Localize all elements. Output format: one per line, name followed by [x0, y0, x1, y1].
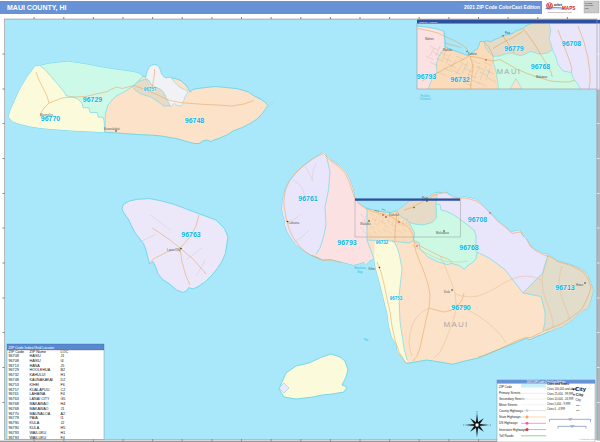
svg-text:MAKAWAO: MAKAWAO: [30, 407, 49, 411]
svg-text:D2: D2: [61, 378, 66, 382]
svg-text:Wailuku: Wailuku: [443, 48, 453, 52]
svg-text:96729: 96729: [83, 96, 103, 103]
svg-text:Lahaina: Lahaina: [289, 221, 300, 225]
svg-text:G5: G5: [61, 397, 66, 401]
svg-text:America's Leading Source of Ma: America's Leading Source of Maps: [547, 11, 572, 13]
svg-text:96708: 96708: [9, 354, 19, 358]
svg-text:Cities 5,000 - 9,999: Cities 5,000 - 9,999: [547, 402, 571, 406]
svg-text:Channel: Channel: [419, 97, 431, 101]
svg-text:96790: 96790: [9, 426, 19, 430]
svg-text:96732: 96732: [450, 76, 470, 83]
svg-text:96753: 96753: [9, 383, 19, 387]
svg-text:J1: J1: [61, 354, 65, 358]
svg-text:Kula: Kula: [444, 290, 450, 294]
svg-text:H4: H4: [61, 402, 66, 406]
svg-text:Wailuku: Wailuku: [360, 222, 371, 226]
svg-text:96790: 96790: [9, 421, 19, 425]
svg-text:96757: 96757: [9, 388, 19, 392]
svg-text:96708: 96708: [9, 359, 19, 363]
svg-text:F4: F4: [61, 436, 65, 440]
svg-text:A2: A2: [61, 412, 66, 416]
svg-text:KULA: KULA: [30, 421, 40, 425]
svg-text:96757: 96757: [144, 87, 157, 92]
svg-text:I4: I4: [61, 359, 64, 363]
svg-text:96793: 96793: [337, 239, 357, 246]
svg-text:Toll Roads: Toll Roads: [499, 434, 514, 438]
svg-text:Lanai City: Lanai City: [167, 248, 181, 252]
svg-text:J1: J1: [61, 407, 65, 411]
svg-text:HOOLEHUA: HOOLEHUA: [30, 368, 51, 372]
svg-text:J2: J2: [61, 421, 65, 425]
svg-text:MAUI COUNTY, HI: MAUI COUNTY, HI: [7, 4, 67, 12]
svg-text:US Highways: US Highways: [499, 421, 518, 425]
svg-text:H5: H5: [61, 426, 66, 430]
svg-text:96763: 96763: [181, 231, 201, 238]
svg-text:96768: 96768: [9, 407, 19, 411]
svg-text:Minor Streets: Minor Streets: [499, 403, 518, 407]
svg-text:96748: 96748: [9, 378, 19, 382]
svg-text:Primary Streets: Primary Streets: [499, 391, 521, 395]
svg-text:PAIA: PAIA: [30, 416, 39, 420]
svg-text:ZIP Code: ZIP Code: [499, 385, 512, 389]
svg-text:96793: 96793: [9, 436, 19, 440]
svg-text:2021 ZIP Code ColorCast Editio: 2021 ZIP Code ColorCast Edition: [464, 5, 540, 10]
svg-text:I1: I1: [61, 416, 64, 420]
svg-text:F4: F4: [61, 392, 65, 396]
svg-text:Waihee: Waihee: [425, 37, 434, 41]
svg-text:J5: J5: [61, 364, 65, 368]
svg-text:F6: F6: [61, 383, 65, 387]
svg-text:KAHULUI: KAHULUI: [30, 373, 46, 377]
svg-text:Makawao: Makawao: [536, 75, 548, 79]
svg-text:96708: 96708: [562, 40, 582, 47]
svg-text:LAHAINA: LAHAINA: [30, 392, 46, 396]
svg-text:Bay: Bay: [357, 270, 363, 274]
svg-text:96793: 96793: [417, 73, 437, 80]
svg-text:H1: H1: [61, 431, 66, 435]
svg-text:96753: 96753: [390, 296, 403, 301]
svg-text:96770: 96770: [41, 115, 61, 122]
svg-text:HANA: HANA: [30, 364, 41, 368]
svg-text:H1: H1: [61, 373, 66, 377]
svg-text:96732: 96732: [376, 240, 389, 245]
svg-text:LANAI CITY: LANAI CITY: [30, 397, 51, 401]
svg-text:ZIP Code Index/Grid Locator: ZIP Code Index/Grid Locator: [9, 346, 55, 350]
svg-text:© MarketMAPS: © MarketMAPS: [579, 438, 595, 440]
svg-text:HAIKU: HAIKU: [30, 354, 42, 358]
svg-text:96729: 96729: [9, 368, 19, 372]
svg-text:96708: 96708: [468, 216, 488, 223]
svg-text:Cities 0 - 4,999: Cities 0 - 4,999: [547, 407, 566, 411]
svg-text:MAUNALOA: MAUNALOA: [30, 412, 51, 416]
svg-text:96713: 96713: [9, 364, 19, 368]
svg-text:MAKAWAO: MAKAWAO: [30, 402, 49, 406]
svg-text:96763: 96763: [9, 397, 19, 401]
svg-text:KIHEI: KIHEI: [30, 383, 40, 387]
svg-text:96768: 96768: [531, 63, 551, 70]
svg-text:Kihei: Kihei: [369, 267, 376, 271]
svg-text:Kahului: Kahului: [389, 213, 399, 217]
svg-text:4 mi: 4 mi: [568, 417, 573, 419]
svg-text:Hana: Hana: [576, 283, 584, 287]
svg-text:County Highways: County Highways: [499, 409, 524, 413]
svg-text:4 km: 4 km: [570, 424, 575, 426]
svg-text:MAUI: MAUI: [444, 320, 469, 329]
svg-text:Kaunakakai: Kaunakakai: [104, 127, 120, 131]
svg-text:Cities and Towns: Cities and Towns: [547, 382, 569, 386]
svg-text:City: City: [576, 392, 585, 397]
svg-text:96713: 96713: [555, 284, 575, 291]
svg-text:KAUNAKAKAI: KAUNAKAKAI: [30, 378, 54, 382]
svg-text:96779: 96779: [504, 45, 524, 52]
svg-text:96768: 96768: [9, 402, 19, 406]
svg-text:Cities 25,000 - 99,999: Cities 25,000 - 99,999: [547, 392, 574, 396]
svg-text:Kahului: Kahului: [468, 52, 477, 56]
svg-text:WAILUKU: WAILUKU: [30, 436, 47, 440]
svg-text:96793: 96793: [9, 431, 19, 435]
svg-text:96732: 96732: [9, 373, 19, 377]
svg-text:Paia: Paia: [505, 31, 511, 35]
svg-text:96761: 96761: [298, 195, 318, 202]
svg-text:C2: C2: [61, 388, 66, 392]
svg-text:96748: 96748: [185, 117, 205, 124]
svg-text:KUALAPUU: KUALAPUU: [30, 388, 50, 392]
svg-text:WAILUKU: WAILUKU: [30, 431, 47, 435]
svg-text:MAUI: MAUI: [497, 67, 522, 76]
svg-text:96770: 96770: [9, 412, 19, 416]
